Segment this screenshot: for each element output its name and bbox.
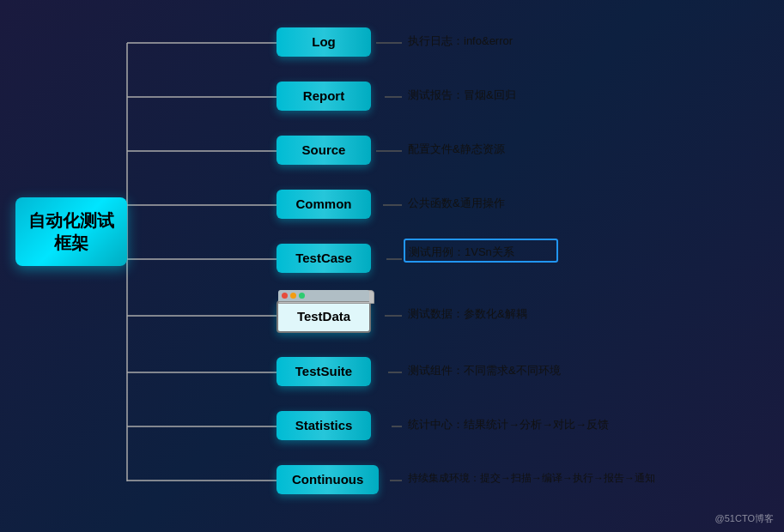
branch-node-testcase: TestCase (277, 244, 371, 273)
desc-common: 公共函数&通用操作 (408, 196, 505, 211)
desc-statistics: 统计中心：结果统计→分析→对比→反馈 (408, 417, 609, 432)
desc-continuous: 持续集成环境：提交→扫描→编译→执行→报告→通知 (408, 471, 655, 486)
watermark: @51CTO博客 (715, 512, 774, 525)
desc-testcase: 测试用例：1VSn关系 (409, 245, 514, 260)
desc-source: 配置文件&静态资源 (408, 142, 505, 157)
branch-node-testsuite: TestSuite (277, 357, 371, 386)
branch-node-continuous: Continuous (277, 465, 379, 494)
connector-lines (0, 0, 784, 532)
diagram: 自动化测试框架 Log 执行日志：info&error Report 测试报告：… (0, 0, 784, 532)
desc-log: 执行日志：info&error (408, 33, 513, 49)
desc-report: 测试报告：冒烟&回归 (408, 88, 516, 103)
branch-node-log: Log (277, 27, 371, 57)
root-node: 自动化测试框架 (15, 197, 127, 266)
desc-testdata: 测试数据：参数化&解耦 (408, 306, 527, 322)
branch-node-statistics: Statistics (277, 411, 371, 440)
branch-node-testdata: TestData (277, 300, 371, 333)
desc-testsuite: 测试组件：不同需求&不同环境 (408, 363, 561, 378)
branch-node-common: Common (277, 190, 371, 219)
branch-node-source: Source (277, 136, 371, 165)
branch-node-report: Report (277, 82, 371, 111)
